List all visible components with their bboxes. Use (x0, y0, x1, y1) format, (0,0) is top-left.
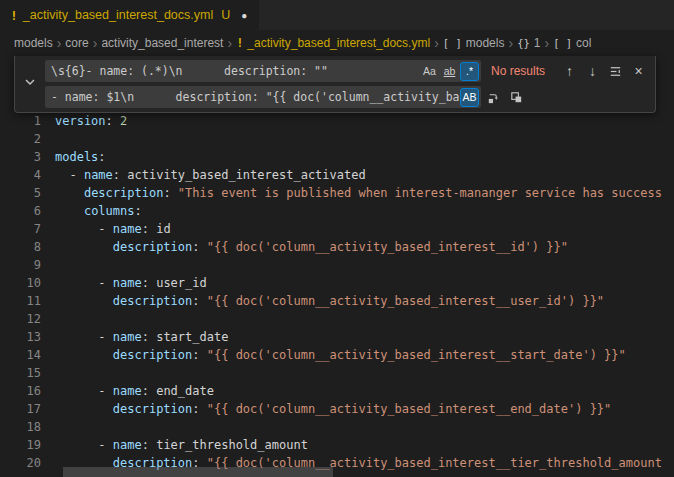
previous-match-button[interactable]: ↑ (559, 61, 580, 82)
code-text: - name: user_id (55, 274, 207, 292)
code-line[interactable]: 16 - name: end_date (0, 382, 674, 400)
breadcrumb-item[interactable]: core (65, 36, 88, 50)
find-input-value: \s{6}- name: (.*)\n description: "" (51, 64, 419, 78)
code-line[interactable]: 9 (0, 256, 674, 274)
breadcrumb-label: activity_based_interest (101, 36, 223, 50)
replace-button[interactable] (483, 87, 504, 108)
breadcrumb-label: core (65, 36, 88, 50)
code-line[interactable]: 17 description: "{{ doc('column__activit… (0, 400, 674, 418)
find-replace-widget: \s{6}- name: (.*)\n description: "" Aa a… (14, 56, 656, 113)
find-row: \s{6}- name: (.*)\n description: "" Aa a… (45, 60, 649, 82)
breadcrumb-label: models (14, 36, 53, 50)
code-line[interactable]: 1version: 2 (0, 112, 674, 130)
line-number: 18 (0, 418, 41, 436)
preserve-case-button[interactable]: AB (460, 88, 479, 107)
code-text: description: "{{ doc('column__activity_b… (55, 238, 568, 256)
code-line[interactable]: 7 - name: id (0, 220, 674, 238)
breadcrumb-separator: › (508, 35, 513, 51)
code-line[interactable]: 4 - name: activity_based_interest_activa… (0, 166, 674, 184)
warning-icon: ! (236, 36, 243, 50)
replace-input-value: - name: $1\n description: "{{ doc('colum… (51, 90, 459, 104)
modified-dot-icon[interactable]: ● (241, 10, 247, 21)
code-line[interactable]: 14 description: "{{ doc('column__activit… (0, 346, 674, 364)
line-number: 5 (0, 184, 41, 202)
code-line[interactable]: 2 (0, 130, 674, 148)
code-text: - name: id (55, 220, 171, 238)
code-line[interactable]: 10 - name: user_id (0, 274, 674, 292)
find-widget-rows: \s{6}- name: (.*)\n description: "" Aa a… (45, 56, 655, 112)
code-line[interactable]: 15 (0, 364, 674, 382)
code-text: models: (55, 148, 106, 166)
breadcrumb-item[interactable]: [ ]col (553, 36, 591, 50)
tab-title: _activity_based_interest_docs.yml (23, 8, 213, 22)
next-match-button[interactable]: ↓ (582, 61, 603, 82)
replace-all-button[interactable] (506, 87, 527, 108)
breadcrumb-separator: › (227, 35, 232, 51)
code-lines: 1version: 223models:4 - name: activity_b… (0, 56, 674, 472)
breadcrumb-item[interactable]: !_activity_based_interest_docs.yml (236, 36, 430, 50)
match-case-button[interactable]: Aa (420, 62, 439, 81)
line-number: 2 (0, 130, 41, 148)
line-number: 17 (0, 400, 41, 418)
code-line[interactable]: 11 description: "{{ doc('column__activit… (0, 292, 674, 310)
horizontal-scrollbar (55, 467, 674, 477)
whole-word-button[interactable]: ab (440, 62, 459, 81)
horizontal-scrollbar-thumb[interactable] (63, 467, 333, 477)
code-text: description: "{{ doc('column__activity_b… (55, 292, 604, 310)
breadcrumb-separator: › (544, 35, 549, 51)
line-number: 16 (0, 382, 41, 400)
breadcrumb-item[interactable]: {}1 (517, 36, 540, 50)
breadcrumb-separator: › (57, 35, 62, 51)
code-line[interactable]: 19 - name: tier_threshold_amount (0, 436, 674, 454)
find-results-count: No results (491, 64, 545, 78)
code-text: description: "{{ doc('column__activity_b… (55, 400, 611, 418)
code-line[interactable]: 6 columns: (0, 202, 674, 220)
line-number: 12 (0, 310, 41, 328)
replace-row: - name: $1\n description: "{{ doc('colum… (45, 86, 649, 108)
code-text: - name: start_date (55, 328, 228, 346)
array-icon: [ ] (443, 37, 462, 49)
chevron-down-icon (22, 74, 38, 94)
find-input[interactable]: \s{6}- name: (.*)\n description: "" Aa a… (45, 60, 481, 82)
tab-bar: ! _activity_based_interest_docs.yml U ● (0, 0, 674, 30)
code-line[interactable]: 13 - name: start_date (0, 328, 674, 346)
breadcrumb: models›core›activity_based_interest›!_ac… (0, 30, 674, 56)
line-number: 10 (0, 274, 41, 292)
line-number: 4 (0, 166, 41, 184)
breadcrumb-item[interactable]: activity_based_interest (101, 36, 223, 50)
code-line[interactable]: 5 description: "This event is published … (0, 184, 674, 202)
toggle-replace-button[interactable] (15, 56, 45, 112)
regex-button[interactable]: .* (460, 62, 479, 81)
code-line[interactable]: 18 (0, 418, 674, 436)
vscode-window: ! _activity_based_interest_docs.yml U ● … (0, 0, 674, 477)
breadcrumb-item[interactable]: models (14, 36, 53, 50)
line-number: 9 (0, 256, 41, 274)
line-number: 13 (0, 328, 41, 346)
line-number: 7 (0, 220, 41, 238)
close-icon[interactable]: × (628, 61, 649, 82)
object-icon: {} (517, 37, 530, 49)
breadcrumb-separator: › (93, 35, 98, 51)
line-number: 20 (0, 454, 41, 472)
code-text: - name: end_date (55, 382, 214, 400)
code-text: columns: (55, 202, 142, 220)
tab-activity-based-interest-docs[interactable]: ! _activity_based_interest_docs.yml U ● (0, 0, 260, 30)
breadcrumb-label: col (576, 36, 591, 50)
line-number: 8 (0, 238, 41, 256)
code-line[interactable]: 12 (0, 310, 674, 328)
line-number: 19 (0, 436, 41, 454)
find-in-selection-button[interactable] (605, 61, 626, 82)
line-number: 1 (0, 112, 41, 130)
code-text: description: "{{ doc('column__activity_b… (55, 346, 626, 364)
replace-input[interactable]: - name: $1\n description: "{{ doc('colum… (45, 86, 481, 108)
yaml-warning-file-icon: ! (10, 8, 18, 23)
code-line[interactable]: 8 description: "{{ doc('column__activity… (0, 238, 674, 256)
breadcrumb-separator: › (434, 35, 439, 51)
line-number: 3 (0, 148, 41, 166)
code-text: version: 2 (55, 112, 127, 130)
editor-area: 1version: 223models:4 - name: activity_b… (0, 56, 674, 477)
breadcrumb-item[interactable]: [ ]models (443, 36, 505, 50)
line-number: 6 (0, 202, 41, 220)
code-line[interactable]: 3models: (0, 148, 674, 166)
code-text: - name: activity_based_interest_activate… (55, 166, 366, 184)
